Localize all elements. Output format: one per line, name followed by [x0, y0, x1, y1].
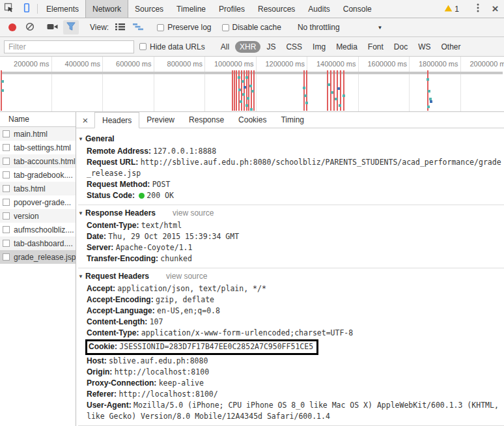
- header-line: Transfer-Encoding: chunked: [87, 253, 503, 264]
- detail-tab[interactable]: Preview: [139, 112, 182, 128]
- file-icon: [3, 158, 10, 165]
- request-row[interactable]: tabs.html: [0, 182, 76, 195]
- devtools-tab-label: Sources: [135, 5, 163, 14]
- network-filter-bar: Hide data URLs All XHR JS CSS Img Media …: [0, 37, 504, 57]
- resource-type-filter[interactable]: WS: [413, 41, 435, 53]
- teal-event-mark: [250, 108, 253, 111]
- devtools-tab[interactable]: Timeline: [170, 0, 212, 18]
- resource-type-filter[interactable]: JS: [262, 41, 280, 53]
- resource-type-filter[interactable]: CSS: [281, 41, 307, 53]
- devtools-menu-button[interactable]: [469, 3, 486, 14]
- file-icon: [3, 199, 10, 206]
- request-name: popover-grade...: [14, 198, 71, 207]
- header-value: sblive.auf.edu.ph:8080: [109, 356, 208, 365]
- request-start-line: [303, 70, 305, 111]
- general-section: ▼ General Remote Address: 127.0.0.1:8888…: [78, 133, 504, 201]
- resource-type-filter[interactable]: XHR: [235, 41, 260, 53]
- detail-tab-label: Timing: [281, 115, 304, 124]
- capture-screenshots-button[interactable]: [43, 23, 62, 33]
- devtools-tab[interactable]: Console: [337, 0, 378, 18]
- header-name: Accept:: [87, 284, 115, 293]
- detail-tab[interactable]: Cookies: [231, 112, 273, 128]
- resource-type-filter[interactable]: Media: [331, 41, 362, 53]
- request-headers-section: ▼ Request Headers view source Accept: ap…: [78, 270, 504, 422]
- file-icon: [3, 253, 10, 261]
- console-warning-badge[interactable]: 1: [439, 5, 464, 14]
- request-name: tab-accounts.html: [14, 157, 76, 166]
- detail-tab[interactable]: Headers: [94, 112, 139, 128]
- request-headers-section-header[interactable]: ▼ Request Headers view source: [78, 270, 504, 282]
- resource-type-filter[interactable]: Font: [363, 41, 388, 53]
- teal-event-mark: [305, 102, 308, 104]
- request-row[interactable]: main.html: [0, 127, 76, 141]
- filter-input[interactable]: [4, 40, 134, 53]
- resource-type-filter[interactable]: All: [216, 41, 234, 53]
- view-source-link[interactable]: view source: [166, 272, 207, 281]
- ruler-tick-label: 1200000 ms: [265, 60, 305, 68]
- clear-icon: [25, 22, 35, 33]
- ruler-gridline: [409, 57, 410, 111]
- devtools-close-button[interactable]: ×: [486, 3, 504, 16]
- triangle-down-icon: ▼: [78, 210, 85, 216]
- throttling-select[interactable]: No throttling ▼: [298, 23, 383, 32]
- view-source-link[interactable]: view source: [173, 208, 214, 218]
- header-line: Remote Address: 127.0.0.1:8888: [87, 146, 503, 157]
- request-row[interactable]: grade_release.jsp: [0, 250, 76, 264]
- request-row[interactable]: version: [0, 209, 76, 223]
- request-row[interactable]: tab-settings.html: [0, 141, 76, 154]
- name-column-header[interactable]: Name: [0, 112, 76, 127]
- devtools-tab[interactable]: Profiles: [212, 0, 251, 18]
- ruler-tick-label: 200000 ms: [14, 60, 49, 68]
- header-line: Proxy-Connection: keep-alive: [87, 378, 503, 389]
- preserve-log-checkbox[interactable]: Preserve log: [157, 23, 211, 32]
- toolbar-separator: [37, 4, 38, 14]
- detail-tab[interactable]: Timing: [273, 112, 311, 128]
- hide-data-urls-checkbox[interactable]: Hide data URLs: [139, 42, 205, 51]
- header-name: Origin:: [87, 367, 112, 376]
- header-value: Mozilla/5.0 (iPhone; CPU iPhone OS 8_0 l…: [87, 401, 499, 421]
- detail-tab-label: Headers: [102, 116, 132, 125]
- filter-toggle-button[interactable]: [63, 20, 79, 35]
- teal-event-mark: [240, 100, 242, 103]
- resource-type-filter[interactable]: Img: [308, 41, 330, 53]
- devtools-tab[interactable]: Sources: [128, 0, 170, 18]
- clear-network-log-button[interactable]: [21, 22, 38, 33]
- inspect-element-button[interactable]: [0, 0, 18, 18]
- resource-type-filter[interactable]: Doc: [389, 41, 412, 53]
- teal-event-mark: [247, 97, 249, 100]
- teal-event-mark: [238, 89, 241, 91]
- detail-tab[interactable]: Response: [182, 112, 231, 128]
- request-row[interactable]: tab-dashboard....: [0, 236, 76, 250]
- devtools-tab[interactable]: Resources: [251, 0, 301, 18]
- devtools-tab[interactable]: Audits: [301, 0, 336, 18]
- header-line: Content-Length: 107: [87, 317, 503, 328]
- response-headers-section-header[interactable]: ▼ Response Headers view source: [78, 207, 504, 219]
- request-name: tab-dashboard....: [14, 239, 73, 248]
- request-row[interactable]: tab-gradebook....: [0, 168, 76, 182]
- close-detail-button[interactable]: ×: [76, 112, 94, 128]
- blue-event-mark: [244, 86, 246, 89]
- chevron-down-icon: ▼: [378, 25, 383, 31]
- toggle-device-toolbar-button[interactable]: [18, 0, 35, 18]
- requests-list: main.html tab-settings.html tab-accounts…: [0, 127, 76, 264]
- request-name: version: [14, 212, 39, 221]
- view-waterfall-button[interactable]: [129, 23, 147, 33]
- record-network-log-button[interactable]: [8, 23, 16, 31]
- header-value: application/json, text/plain, */*: [117, 284, 266, 293]
- request-row[interactable]: aufmschoolbliz....: [0, 223, 76, 236]
- header-line: Date: Thu, 29 Oct 2015 15:39:34 GMT: [87, 231, 503, 242]
- devtools-tabbar: Elements Network Sources Timeline Profil…: [0, 0, 504, 18]
- disable-cache-checkbox[interactable]: Disable cache: [222, 23, 281, 32]
- resource-type-filter[interactable]: Other: [437, 41, 466, 53]
- request-row[interactable]: popover-grade...: [0, 195, 76, 209]
- view-list-button[interactable]: [111, 23, 129, 33]
- file-icon: [3, 212, 10, 220]
- waterfall-overview[interactable]: 200000 ms400000 ms600000 ms800000 ms1000…: [0, 57, 504, 112]
- devtools-tab[interactable]: Network: [85, 0, 128, 18]
- request-row[interactable]: tab-accounts.html: [0, 154, 76, 168]
- request-start-line: [248, 70, 249, 111]
- devtools-tab-label: Resources: [258, 5, 295, 14]
- header-name: Status Code:: [87, 191, 135, 200]
- general-section-header[interactable]: ▼ General: [78, 133, 504, 145]
- devtools-tab[interactable]: Elements: [40, 0, 85, 18]
